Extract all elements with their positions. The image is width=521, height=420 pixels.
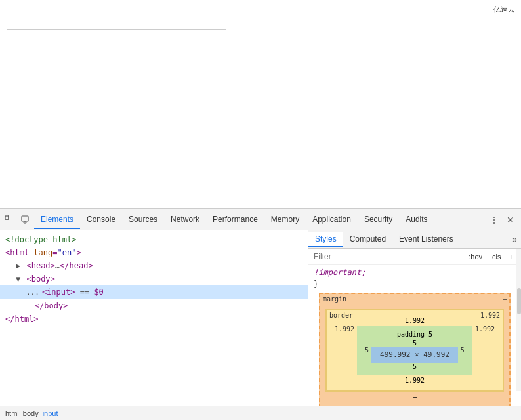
- styles-panel: Styles Computed Event Listeners » :hov .…: [308, 230, 521, 406]
- devtools-panel: Elements Console Sources Network Perform…: [0, 209, 521, 420]
- margin-top-value: –: [325, 299, 504, 309]
- more-style-tabs-icon[interactable]: »: [509, 232, 521, 247]
- styles-tab-computed[interactable]: Computed: [343, 232, 392, 247]
- border-value: 1.992: [480, 312, 500, 319]
- svg-rect-4: [24, 222, 26, 223]
- breadcrumb-body[interactable]: body: [23, 410, 39, 417]
- border-row: 1.992 padding 5 5 5: [332, 326, 497, 375]
- more-tabs-icon[interactable]: ⋮: [486, 212, 503, 228]
- device-icon[interactable]: [18, 213, 31, 226]
- padding-right-value: 5: [458, 346, 467, 363]
- padding-bottom-value: 5: [362, 363, 467, 370]
- filter-input[interactable]: [314, 252, 466, 261]
- border-label: border: [329, 312, 353, 319]
- box-padding-container: padding 5 5 5 499.992 × 49.992 5: [357, 326, 472, 375]
- border-left-value: 1.992: [332, 326, 357, 375]
- box-margin: margin – – border 1.992 1.992 1.99: [319, 293, 511, 406]
- styles-content: !important; } margin – – border 1.992: [308, 265, 521, 406]
- padding-label: padding 5: [362, 331, 467, 338]
- tab-application[interactable]: Application: [306, 211, 358, 229]
- margin-label: margin: [323, 295, 346, 303]
- style-brace-line: }: [314, 280, 516, 289]
- dom-line-html-close: </html>: [0, 312, 308, 326]
- dom-line-doctype: <!doctype html>: [0, 233, 308, 246]
- hov-filter-button[interactable]: :hov: [466, 251, 485, 262]
- breadcrumb-input[interactable]: input: [43, 410, 58, 417]
- svg-rect-3: [22, 216, 28, 221]
- tab-performance[interactable]: Performance: [206, 211, 264, 229]
- tab-console[interactable]: Console: [80, 211, 122, 229]
- watermark: 亿速云: [491, 3, 518, 16]
- border-bottom-value: 1.992: [332, 375, 497, 385]
- box-content-size: 499.992 × 49.992: [371, 346, 458, 363]
- close-devtools-icon[interactable]: ✕: [503, 212, 518, 228]
- styles-filter-bar: :hov .cls +: [308, 249, 521, 265]
- box-border: border 1.992 1.992 1.992 padding 5: [325, 309, 504, 392]
- box-model: margin – – border 1.992 1.992 1.99: [319, 293, 511, 406]
- add-style-button[interactable]: +: [507, 251, 516, 262]
- margin-dash: –: [503, 295, 507, 303]
- border-top-value: 1.992: [332, 316, 497, 326]
- dom-line-body-close: </body>: [0, 299, 308, 312]
- styles-tab-event-listeners[interactable]: Event Listeners: [392, 232, 460, 247]
- dom-line-input[interactable]: ...<input> == $0: [0, 285, 308, 299]
- styles-tab-styles[interactable]: Styles: [308, 232, 343, 247]
- border-right-value: 1.992: [472, 326, 497, 375]
- breadcrumb-html[interactable]: html: [5, 410, 19, 417]
- tab-sources[interactable]: Sources: [122, 211, 164, 229]
- tab-audits[interactable]: Audits: [399, 211, 434, 229]
- padding-left-value: 5: [362, 346, 371, 363]
- styles-scrollbar[interactable]: [516, 249, 521, 391]
- inspect-icon[interactable]: [3, 213, 16, 226]
- style-important-line: !important;: [314, 268, 516, 277]
- devtools-tabs-bar: Elements Console Sources Network Perform…: [0, 209, 521, 230]
- scrollbar-thumb[interactable]: [517, 288, 521, 314]
- tab-elements[interactable]: Elements: [34, 211, 80, 229]
- breadcrumb-bar: html body input: [0, 406, 521, 420]
- svg-rect-0: [5, 216, 9, 219]
- browser-content: 亿速云: [0, 0, 521, 209]
- styles-tabs-bar: Styles Computed Event Listeners »: [308, 230, 521, 249]
- box-padding: padding 5 5 5 499.992 × 49.992 5: [357, 326, 472, 375]
- tab-security[interactable]: Security: [358, 211, 399, 229]
- margin-bottom-value: –: [325, 392, 504, 402]
- padding-top-value: 5: [362, 339, 467, 346]
- tab-network[interactable]: Network: [164, 211, 206, 229]
- dom-panel[interactable]: <!doctype html> <html lang="en"> ▶ <head…: [0, 230, 308, 406]
- tab-memory[interactable]: Memory: [264, 211, 306, 229]
- dom-line-head[interactable]: ▶ <head>…</head>: [0, 259, 308, 272]
- padding-row: 5 499.992 × 49.992 5: [362, 346, 467, 363]
- dom-line-body-open[interactable]: ▼ <body>: [0, 272, 308, 285]
- devtools-body: <!doctype html> <html lang="en"> ▶ <head…: [0, 230, 521, 406]
- dom-line-html: <html lang="en">: [0, 246, 308, 259]
- demo-input-field[interactable]: [7, 7, 226, 30]
- cls-filter-button[interactable]: .cls: [488, 251, 504, 262]
